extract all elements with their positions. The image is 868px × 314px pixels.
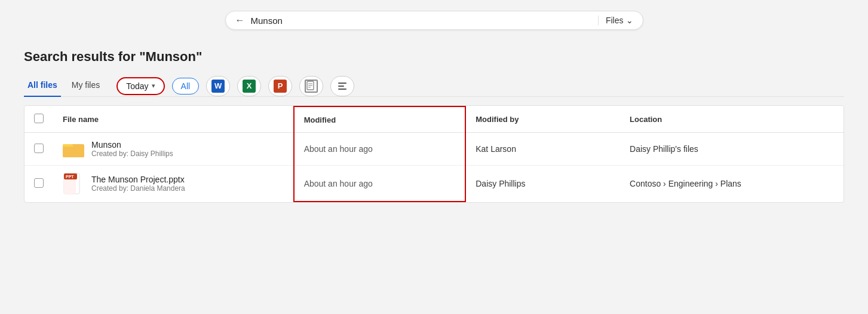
ppt-filter-pill[interactable]: P	[268, 76, 292, 96]
row-1-checkbox[interactable]	[34, 144, 44, 153]
file-info-2: PPT The Munson Project.pptx Created by: …	[63, 173, 284, 194]
row-2-checkbox[interactable]	[34, 178, 44, 188]
row-1-location: Daisy Phillip's files	[620, 133, 844, 166]
more-filter-pill[interactable]	[330, 76, 354, 96]
excel-icon: X	[243, 80, 256, 93]
tabs-row: All files My files Today ▾ All W X P	[24, 75, 844, 97]
svg-text:PPT: PPT	[66, 175, 74, 179]
file-name-2: The Munson Project.pptx	[91, 175, 185, 184]
file-created-by-1: Created by: Daisy Phillips	[91, 150, 173, 158]
excel-filter-pill[interactable]: X	[237, 76, 261, 96]
tab-my-files[interactable]: My files	[68, 75, 103, 97]
folder-icon	[63, 140, 84, 158]
top-bar: ← Files ⌄	[0, 0, 868, 36]
row-2-modified: About an hour ago	[294, 166, 466, 202]
more-filter-icon	[338, 83, 346, 90]
row-2-filename: PPT The Munson Project.pptx Created by: …	[53, 166, 294, 202]
pptx-file-icon: PPT	[63, 173, 84, 194]
row-1-modified-by: Kat Larson	[465, 133, 620, 166]
file-info-1: Munson Created by: Daisy Phillips	[63, 140, 284, 158]
table-header-row: File name Modified Modified by Location	[24, 106, 844, 133]
row-1-filename: Munson Created by: Daisy Phillips	[53, 133, 294, 166]
row-1-modified: About an hour ago	[294, 133, 466, 166]
svg-rect-6	[63, 147, 84, 157]
file-name-block-1: Munson Created by: Daisy Phillips	[91, 140, 173, 158]
file-name-1: Munson	[91, 140, 173, 150]
col-header-filename: File name	[53, 106, 294, 133]
search-box[interactable]: ← Files ⌄	[225, 11, 643, 30]
row-2-modified-by: Daisy Phillips	[465, 166, 620, 202]
table-row[interactable]: Munson Created by: Daisy Phillips About …	[24, 133, 844, 166]
search-input[interactable]	[251, 16, 593, 26]
pdf-icon	[305, 80, 318, 93]
row-2-location: Contoso › Engineering › Plans	[620, 166, 844, 202]
all-filter-pill[interactable]: All	[172, 78, 200, 94]
row-checkbox-2[interactable]	[24, 166, 53, 202]
date-filter-chevron: ▾	[152, 82, 155, 90]
word-filter-pill[interactable]: W	[206, 76, 230, 96]
results-table-wrap: File name Modified Modified by Location	[24, 105, 844, 203]
search-filter-label: Files	[606, 16, 624, 25]
table-row[interactable]: PPT The Munson Project.pptx Created by: …	[24, 166, 844, 202]
word-icon: W	[211, 80, 225, 93]
date-filter-label: Today	[126, 81, 148, 91]
main-content: Search results for "Munson" All files My…	[0, 36, 868, 215]
page-heading: Search results for "Munson"	[24, 49, 844, 65]
file-name-block-2: The Munson Project.pptx Created by: Dani…	[91, 175, 185, 193]
date-filter-button[interactable]: Today ▾	[116, 77, 164, 95]
all-filter-label: All	[181, 81, 191, 91]
back-icon[interactable]: ←	[235, 15, 245, 26]
ppt-icon: P	[274, 80, 287, 93]
row-checkbox-1[interactable]	[24, 133, 53, 166]
search-filter-dropdown[interactable]: Files ⌄	[598, 16, 633, 25]
col-header-checkbox[interactable]	[24, 106, 53, 133]
tab-all-files[interactable]: All files	[24, 75, 61, 97]
pdf-filter-pill[interactable]	[299, 76, 323, 96]
search-filter-chevron: ⌄	[626, 16, 633, 25]
results-table: File name Modified Modified by Location	[24, 106, 844, 202]
col-header-modified: Modified	[294, 106, 466, 133]
col-header-location: Location	[620, 106, 844, 133]
file-created-by-2: Created by: Daniela Mandera	[91, 184, 185, 193]
col-header-modified-by: Modified by	[465, 106, 620, 133]
select-all-checkbox[interactable]	[34, 114, 44, 123]
